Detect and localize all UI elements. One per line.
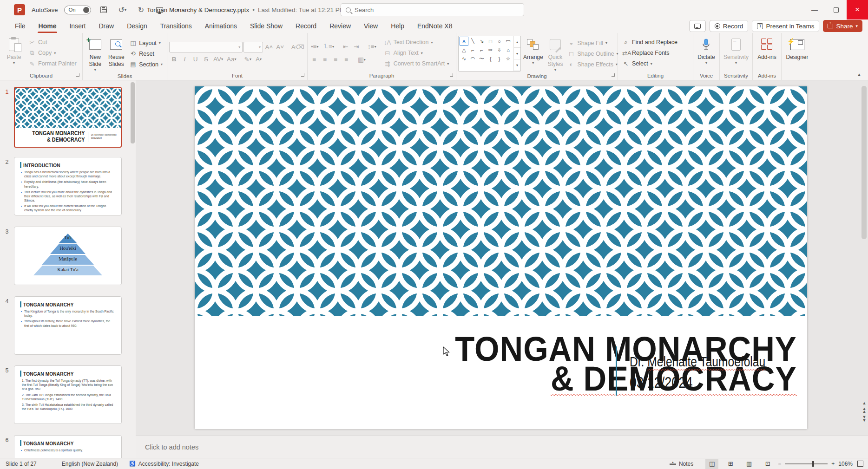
section-button[interactable]: ▤Section▾ <box>127 59 165 70</box>
undo-dropdown-icon[interactable]: ▾ <box>125 7 127 12</box>
new-slide-button[interactable]: New Slide▾ <box>85 35 106 72</box>
drawing-dialog-launcher-icon[interactable] <box>612 73 615 77</box>
align-center-button[interactable]: ≡ <box>320 54 330 65</box>
shapes-scroll-up-icon[interactable]: ▲ <box>514 36 520 48</box>
justify-button[interactable]: ≡ <box>342 54 351 65</box>
shapes-more-icon[interactable]: ▼ <box>514 59 520 71</box>
slide-sorter-view-button[interactable]: ⊞ <box>724 459 737 469</box>
shape-oval-icon[interactable]: ○ <box>495 37 504 46</box>
shape-outline-button[interactable]: ◻Shape Outline▾ <box>565 49 620 59</box>
tab-insert[interactable]: Insert <box>63 20 92 33</box>
search-bar[interactable] <box>341 3 524 16</box>
search-input[interactable] <box>355 7 519 13</box>
normal-view-button[interactable]: ◫ <box>705 459 718 469</box>
shape-right-brace-icon[interactable]: } <box>495 54 504 63</box>
scroll-up-icon[interactable]: ▲ <box>862 402 867 404</box>
next-slide-button[interactable]: ▼▼ <box>862 416 867 422</box>
slide-counter[interactable]: Slide 1 of 27 <box>0 458 42 469</box>
shape-curve-icon[interactable]: 〜 <box>477 54 486 63</box>
slide-thumbnail-5[interactable]: 5 TONGAN MONARCHY 1. The first dynasty, … <box>0 365 122 424</box>
collapse-ribbon-icon[interactable]: ▲ <box>857 72 861 77</box>
bold-button[interactable]: B <box>169 54 179 65</box>
shape-elbow-connector-icon[interactable]: ⌐ <box>468 46 477 54</box>
shadow-button[interactable]: S <box>201 54 211 65</box>
zoom-out-button[interactable]: − <box>778 461 781 467</box>
decrease-font-size-button[interactable]: A˅ <box>275 42 285 52</box>
close-button[interactable]: × <box>847 0 868 20</box>
shape-fill-button[interactable]: ◒Shape Fill▾ <box>565 38 620 48</box>
convert-smartart-button[interactable]: ⇶Convert to SmartArt▾ <box>381 59 451 69</box>
layout-button[interactable]: ◫Layout▾ <box>127 38 165 48</box>
tab-review[interactable]: Review <box>323 20 357 33</box>
font-size-combobox[interactable]: ▾ <box>243 42 263 52</box>
shape-triangle-icon[interactable]: △ <box>460 46 468 54</box>
record-button[interactable]: Record <box>710 20 749 32</box>
shape-scribble-icon[interactable]: ∿ <box>460 54 468 63</box>
tab-transitions[interactable]: Transitions <box>154 20 198 33</box>
share-dropdown-icon[interactable]: ▾ <box>855 24 858 28</box>
share-button[interactable]: Share ▾ <box>823 20 862 32</box>
accessibility-status[interactable]: ♿ Accessibility: Investigate <box>124 458 204 469</box>
line-spacing-button[interactable]: ↕≡▾ <box>366 41 378 52</box>
shape-arc-icon[interactable]: ◠ <box>468 54 477 63</box>
clear-formatting-button[interactable]: A⌫ <box>290 42 305 52</box>
align-right-button[interactable]: ≡ <box>331 54 341 65</box>
tab-view[interactable]: View <box>357 20 384 33</box>
slide-thumbnail-1[interactable]: 1 <box>0 87 122 148</box>
shape-textbox-icon[interactable]: A <box>460 37 468 46</box>
slide-subtitle-textbox[interactable]: Dr. Melenaite Taumoefolau 03/12/2024 <box>630 354 795 391</box>
tab-help[interactable]: Help <box>384 20 411 33</box>
sensitivity-button[interactable]: Sensitivity▾ <box>721 35 751 71</box>
tab-file[interactable]: File <box>8 20 32 33</box>
powerpoint-logo-icon[interactable]: P <box>14 4 25 15</box>
find-replace-button[interactable]: ⌕Find and Replace <box>620 37 691 47</box>
slide-thumbnail-4[interactable]: 4 TONGAN MONARCHY The Kingdom of Tonga i… <box>0 296 122 355</box>
paste-button[interactable]: Paste▾ <box>2 35 26 71</box>
increase-font-size-button[interactable]: A˄ <box>264 42 274 52</box>
replace-fonts-button[interactable]: ⇄AReplace Fonts <box>620 48 691 58</box>
shape-rounded-rectangle-icon[interactable]: ▭ <box>504 37 513 46</box>
font-dialog-launcher-icon[interactable] <box>301 73 304 77</box>
copy-button[interactable]: ⧉Copy▾ <box>26 48 80 58</box>
tab-animations[interactable]: Animations <box>198 20 243 33</box>
increase-indent-button[interactable]: ⇥ <box>351 41 361 52</box>
font-size-dropdown-icon[interactable]: ▾ <box>259 45 261 49</box>
redo-button[interactable]: ↻ <box>135 4 147 16</box>
cut-button[interactable]: ✂Cut <box>26 37 80 47</box>
align-left-button[interactable]: ≡ <box>309 54 319 65</box>
bullets-button[interactable]: •≡▾ <box>309 41 320 52</box>
undo-button[interactable]: ↺▾ <box>116 4 128 16</box>
designer-button[interactable]: Designer <box>783 35 810 71</box>
notes-pane[interactable]: Click to add notes <box>136 436 868 458</box>
dictate-button[interactable]: Dictate▾ <box>695 35 717 71</box>
comments-button[interactable] <box>689 20 706 32</box>
document-title[interactable]: Tongan Monarchy & Democracy.pptx • Last … <box>147 0 350 20</box>
thumbnail-panel-scrollbar[interactable] <box>131 82 135 456</box>
font-name-dropdown-icon[interactable]: ▾ <box>238 45 240 49</box>
tab-draw[interactable]: Draw <box>92 20 120 33</box>
shape-right-arrow-icon[interactable]: ⇨ <box>486 46 495 54</box>
format-painter-button[interactable]: ✎Format Painter <box>26 59 80 69</box>
reset-button[interactable]: ⟲Reset <box>127 49 165 59</box>
shape-down-arrow-icon[interactable]: ⇩ <box>495 46 504 54</box>
minimize-button[interactable]: — <box>804 0 825 20</box>
underline-button[interactable]: U <box>191 54 200 65</box>
save-button[interactable] <box>98 4 110 16</box>
shapes-scroll-down-icon[interactable]: ▼ <box>514 48 520 59</box>
reuse-slides-button[interactable]: Reuse Slides <box>106 35 127 72</box>
autosave-toggle[interactable]: On <box>64 6 91 14</box>
font-color-button[interactable]: A▾ <box>254 54 263 65</box>
decrease-indent-button[interactable]: ⇤ <box>341 41 350 52</box>
shape-star-icon[interactable]: ☆ <box>504 54 513 63</box>
zoom-slider-track[interactable] <box>785 463 828 464</box>
select-button[interactable]: ↖Select▾ <box>620 59 691 69</box>
shape-effects-button[interactable]: ◐Shape Effects▾ <box>565 59 620 70</box>
text-highlight-button[interactable]: ✎▾ <box>243 54 253 65</box>
shape-l-shape-icon[interactable]: ⌂ <box>504 46 513 54</box>
addins-button[interactable]: Add-ins <box>755 35 779 71</box>
change-case-button[interactable]: Aa▾ <box>225 54 238 65</box>
zoom-level[interactable]: 106% <box>838 461 853 467</box>
previous-slide-button[interactable]: ▲▲ <box>862 407 867 413</box>
slide-thumbnail-3[interactable]: 3 Tu'i Hou'eiki Matāpule Kakai Tu'a <box>0 227 122 285</box>
canvas-scrollbar[interactable] <box>861 82 867 434</box>
